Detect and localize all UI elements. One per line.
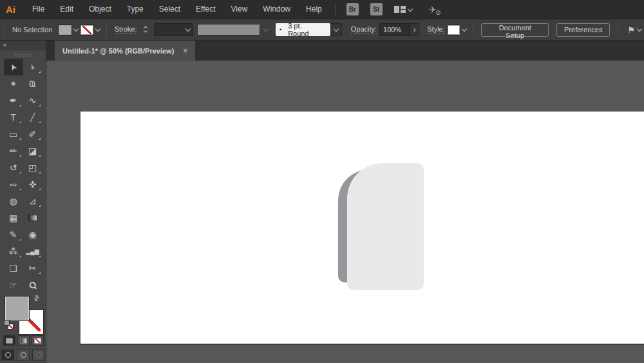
slice-tool[interactable]: ✂ [23,260,43,277]
menu-type[interactable]: Type [119,0,151,19]
menu-window[interactable]: Window [255,0,298,19]
perspective-grid-tool[interactable]: ⊿ [23,193,43,210]
panel-collapse-button[interactable]: « [0,41,46,50]
scale-tool-icon: ◰ [28,163,37,172]
gradient-tool[interactable] [23,210,43,226]
opacity-input[interactable]: 100% [379,23,410,36]
artwork-shape[interactable] [338,163,424,290]
column-graph-tool-icon: ▂▄▆ [26,249,39,255]
workspace-pane-icon [394,6,399,13]
artboard-tool[interactable]: ❏ [4,260,23,277]
magic-wand-tool[interactable]: ✶ [4,75,23,92]
document-setup-button[interactable]: Document Setup [481,23,549,37]
zoom-tool[interactable]: Ϙ [23,277,43,293]
pen-tool[interactable]: ✒ [4,92,23,109]
column-graph-tool[interactable]: ▂▄▆ [23,243,43,260]
draw-inside-icon [36,352,42,358]
workspace-pane-icon [401,6,406,13]
stock-button[interactable]: St [370,3,383,15]
lasso-tool[interactable]: Ҩ [23,75,43,92]
menu-view[interactable]: View [223,0,256,19]
bridge-button[interactable]: Br [346,3,359,15]
stepper-down-icon[interactable] [144,29,147,33]
shape-body [347,163,424,290]
workspace-switcher-icon[interactable] [394,6,406,13]
preferences-button[interactable]: Preferences [556,23,610,37]
paintbrush-tool[interactable]: ✐ [23,126,43,142]
stroke-weight-dropdown[interactable] [154,23,193,36]
swap-fill-stroke-icon[interactable]: ⇄ [32,293,42,304]
style-label[interactable]: Style: [427,25,445,34]
chevron-down-icon [185,26,190,32]
mesh-tool-icon: ▦ [9,213,17,222]
width-profile-dropdown[interactable] [197,24,261,35]
rotate-tool[interactable]: ↺ [4,159,23,176]
artboard[interactable] [80,112,644,344]
draw-normal-icon [5,352,11,358]
brush-dropdown-button[interactable] [330,23,342,36]
gradient-button[interactable] [17,335,30,346]
eraser-tool[interactable]: ◪ [23,142,43,159]
select-similar-icon[interactable]: ⚑ [627,25,635,35]
chevron-down-icon[interactable] [637,26,642,32]
selection-tool[interactable]: ➤ [4,59,23,75]
brush-definition-dropdown[interactable]: • 3 pt. Round [276,23,330,36]
illustrator-window: Ai File Edit Object Type Select Effect V… [0,0,644,363]
menu-select[interactable]: Select [151,0,188,19]
scale-tool[interactable]: ◰ [23,159,43,176]
hand-tool[interactable]: ☞ [4,277,23,293]
type-tool[interactable]: T [4,109,23,126]
blend-tool[interactable]: ◉ [23,226,43,243]
chevron-down-icon[interactable] [462,26,467,32]
canvas-area[interactable] [46,61,644,363]
menu-edit[interactable]: Edit [52,0,81,19]
curvature-tool[interactable]: ∿ [23,92,43,109]
chevron-down-icon[interactable] [407,6,412,11]
stroke-label[interactable]: Stroke: [115,25,137,34]
chevron-down-icon[interactable] [95,26,100,32]
draw-behind-button[interactable] [17,349,30,360]
divider [106,23,107,37]
blend-tool-icon: ◉ [28,230,36,239]
hand-tool-icon: ☞ [9,280,17,289]
shape-builder-tool[interactable]: ◍ [4,193,23,210]
eraser-tool-icon: ◪ [28,146,37,155]
tab-bar: Untitled-1* @ 50% (RGB/Preview) × [46,41,644,61]
stroke-color-swatch[interactable] [80,25,93,35]
graphic-style-swatch[interactable] [448,25,460,35]
mesh-tool[interactable]: ▦ [4,210,23,226]
chevron-down-icon [263,26,269,32]
direct-selection-tool[interactable]: ➣ [23,59,43,75]
gpu-performance-icon[interactable]: ✈ ⊙ [429,5,437,15]
stroke-weight-stepper[interactable] [142,26,149,34]
pencil-tool[interactable]: ✏ [4,142,23,159]
eyedropper-tool[interactable]: ✎ [4,226,23,243]
shape-builder-tool-icon: ◍ [9,197,17,206]
menu-file[interactable]: File [24,0,52,19]
document-tab[interactable]: Untitled-1* @ 50% (RGB/Preview) × [55,41,195,61]
puppet-warp-tool[interactable]: ✜ [23,176,43,193]
fill-indicator[interactable] [5,297,29,320]
color-button[interactable] [3,335,15,346]
none-button[interactable] [32,335,44,346]
paintbrush-tool-icon: ✐ [29,130,37,139]
rectangle-tool[interactable]: ▭ [4,126,23,142]
draw-normal-button[interactable] [1,349,14,360]
line-segment-tool[interactable]: ╱ [23,109,43,126]
menu-effect[interactable]: Effect [188,0,223,19]
opacity-label[interactable]: Opacity: [351,25,377,34]
perspective-grid-tool-icon: ⊿ [29,197,37,206]
width-tool[interactable]: ∾ [4,176,23,193]
rotate-tool-icon: ↺ [10,163,17,172]
symbol-sprayer-tool[interactable]: ⁂ [4,243,23,260]
panel-grip[interactable] [15,54,32,57]
fill-color-swatch[interactable] [59,25,71,35]
draw-mode-row [0,349,46,360]
menu-object[interactable]: Object [81,0,119,19]
default-fill-stroke-icon[interactable] [4,320,14,329]
menu-help[interactable]: Help [298,0,330,19]
opacity-more-button[interactable]: › [410,23,419,36]
divider [618,23,618,37]
chevron-down-icon[interactable] [73,26,79,32]
close-icon[interactable]: × [183,46,187,55]
